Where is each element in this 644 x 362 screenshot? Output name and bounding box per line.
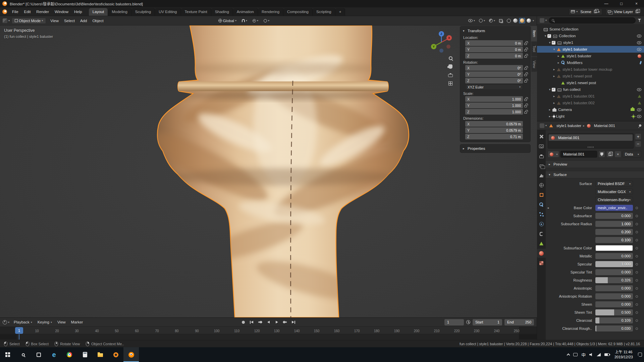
- timeline-menu-item[interactable]: Marker: [69, 319, 86, 325]
- keyframe-dot[interactable]: [636, 263, 638, 265]
- outliner-item-label[interactable]: Collection: [559, 34, 576, 38]
- properties-tab[interactable]: [537, 258, 546, 267]
- sidebar-tab[interactable]: View: [531, 57, 537, 72]
- camera-view-icon[interactable]: [448, 74, 453, 77]
- lock-icon[interactable]: [524, 43, 527, 45]
- lock-icon[interactable]: [524, 74, 527, 76]
- menubar-item[interactable]: Render: [34, 9, 52, 15]
- property-slider[interactable]: 0.000: [595, 253, 633, 259]
- chrome-icon[interactable]: [62, 347, 77, 362]
- workspace-tab[interactable]: Animation: [233, 8, 258, 16]
- new-view-layer-icon[interactable]: [636, 10, 638, 13]
- outliner-row[interactable]: Light: [537, 113, 644, 120]
- workspace-tab[interactable]: Sculpting: [131, 8, 155, 16]
- disclosure-triangle-icon[interactable]: [556, 61, 560, 64]
- outliner-item-label[interactable]: style1 baluster.002: [562, 101, 595, 105]
- transform-value-field[interactable]: X 0°: [465, 65, 523, 71]
- sidebar-tab[interactable]: Tool: [531, 42, 537, 56]
- light-data-icon[interactable]: [632, 115, 635, 118]
- workspace-tab[interactable]: Texture Paint: [181, 8, 211, 16]
- color-swatch[interactable]: [595, 245, 633, 251]
- outliner-row[interactable]: style1: [537, 39, 644, 46]
- blender-icon[interactable]: [123, 347, 139, 362]
- transform-value-field[interactable]: Y 0°: [465, 71, 523, 77]
- add-material-slot-button[interactable]: +: [635, 133, 641, 140]
- end-frame-field[interactable]: End250: [504, 319, 534, 325]
- collection-checkbox[interactable]: [547, 34, 551, 38]
- next-keyframe-button[interactable]: [281, 319, 289, 325]
- outliner-item-label[interactable]: Camera: [558, 108, 572, 112]
- transform-value-field[interactable]: Z 0 m: [465, 53, 523, 59]
- notification-center-icon[interactable]: [638, 353, 642, 357]
- eye-icon[interactable]: [637, 108, 641, 111]
- transform-orientation-dropdown[interactable]: Global▾: [217, 18, 238, 23]
- edge-icon[interactable]: [46, 347, 62, 362]
- ime-indicator[interactable]: 中: [581, 352, 586, 358]
- outliner-item-label[interactable]: style1 baluster.001: [562, 94, 595, 98]
- proportional-edit-dropdown[interactable]: ▾: [262, 18, 271, 23]
- menubar-item[interactable]: File: [9, 9, 21, 15]
- eye-icon[interactable]: [637, 88, 641, 91]
- properties-tab[interactable]: [537, 152, 546, 161]
- disclosure-triangle-icon[interactable]: [552, 48, 556, 51]
- timeline-ruler[interactable]: 1020304050607080901001101201301401501601…: [0, 327, 537, 334]
- properties-tab[interactable]: [537, 181, 546, 190]
- play-reverse-button[interactable]: [265, 319, 272, 325]
- battery-icon[interactable]: [604, 353, 609, 356]
- current-frame-field[interactable]: 1: [444, 319, 464, 325]
- transform-panel-header[interactable]: ▾ Transform: [462, 28, 528, 34]
- property-slider[interactable]: 0.326: [595, 277, 633, 283]
- material-browse-dropdown[interactable]: ▾: [548, 151, 559, 158]
- start-icon[interactable]: [0, 347, 15, 362]
- keyframe-dot[interactable]: [636, 207, 638, 209]
- viewport-menu-item[interactable]: Add: [78, 18, 89, 24]
- outliner-row[interactable]: style1 baluster.002: [537, 100, 644, 106]
- surface-panel-header[interactable]: ▾ Surface: [546, 171, 644, 178]
- baluster-model[interactable]: [0, 25, 537, 317]
- disclosure-triangle-icon[interactable]: [552, 74, 556, 78]
- properties-tab[interactable]: [537, 132, 546, 141]
- unlink-material-button[interactable]: ×: [614, 151, 621, 158]
- property-slider[interactable]: 0.000: [595, 269, 633, 275]
- keyframe-dot[interactable]: [636, 295, 638, 298]
- new-scene-icon[interactable]: [594, 10, 597, 13]
- menubar-item[interactable]: Edit: [21, 9, 34, 15]
- transform-value-field[interactable]: Y 0.0579 m: [465, 127, 523, 133]
- editor-type-button[interactable]: ▾: [3, 18, 10, 23]
- overlays-dropdown[interactable]: ▾: [487, 18, 497, 23]
- network-icon[interactable]: [597, 353, 601, 356]
- tray-expand-icon[interactable]: [567, 354, 570, 357]
- record-button[interactable]: [239, 319, 247, 325]
- rotation-mode-dropdown[interactable]: XYZ Euler ▾: [465, 84, 523, 90]
- blender-menu-button[interactable]: [0, 7, 9, 16]
- lock-icon[interactable]: [524, 99, 527, 101]
- close-button[interactable]: ×: [629, 0, 644, 7]
- view-layer-name[interactable]: View Layer: [612, 10, 634, 14]
- axis-z-negative[interactable]: [439, 49, 443, 53]
- shading-wireframe-icon[interactable]: [506, 18, 512, 23]
- eye-icon[interactable]: [637, 48, 641, 51]
- properties-tab[interactable]: [537, 229, 546, 238]
- properties-tab[interactable]: [537, 220, 546, 229]
- zoom-tool-icon[interactable]: [449, 56, 452, 60]
- outliner-item-label[interactable]: Light: [556, 114, 565, 118]
- snapping-dropdown[interactable]: ▾: [240, 18, 249, 23]
- breadcrumb-material[interactable]: Material.001: [594, 124, 615, 128]
- view-layer-selector[interactable]: View Layer: [605, 8, 641, 15]
- mesh-data-icon[interactable]: [638, 95, 641, 98]
- properties-subpanel-header[interactable]: ▸ Properties: [462, 145, 528, 152]
- touch-keyboard-icon[interactable]: [573, 353, 578, 356]
- property-dropdown[interactable]: Christensen-Burley▾: [595, 197, 633, 203]
- workspace-tab[interactable]: Modeling: [108, 8, 131, 16]
- properties-tab[interactable]: [537, 200, 546, 209]
- navigation-gizmo[interactable]: Z X Y: [430, 31, 453, 54]
- file-explorer-icon[interactable]: [93, 347, 108, 362]
- outliner-search-box[interactable]: [549, 17, 636, 23]
- property-number-field[interactable]: 0.200: [595, 229, 633, 235]
- transform-value-field[interactable]: X 0 m: [465, 40, 523, 46]
- eye-icon[interactable]: [637, 35, 641, 38]
- collection-checkbox[interactable]: [552, 41, 555, 45]
- lock-icon[interactable]: [524, 112, 527, 114]
- keyframe-dot[interactable]: [636, 255, 638, 257]
- properties-tab[interactable]: [537, 142, 546, 151]
